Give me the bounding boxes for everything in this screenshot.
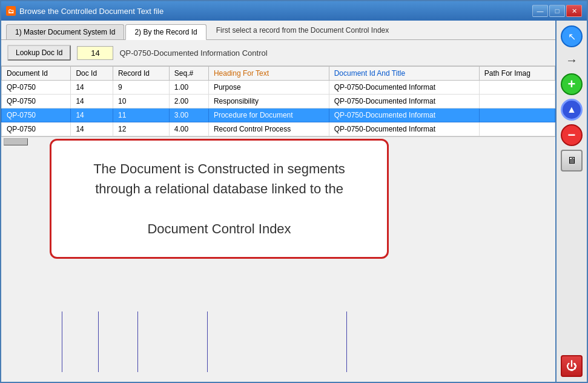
col-line-5 — [346, 311, 347, 372]
table-header-row: Document Id Doc Id Record Id Seq.# Headi… — [2, 67, 555, 81]
minimize-button[interactable]: — — [532, 5, 548, 17]
table-row[interactable]: QP-075014124.00Record Control ProcessQP-… — [2, 122, 555, 136]
col-line-1 — [62, 311, 62, 372]
col-line-2 — [98, 311, 99, 372]
right-panel: ↖ → + ▲ − 🖥 ⏻ — [555, 21, 587, 382]
col-record-id: Record Id — [113, 67, 169, 81]
app-icon: 🗂 — [6, 6, 16, 16]
window-title: Browse the Controlled Document Text file — [19, 7, 164, 16]
data-table: Document Id Doc Id Record Id Seq.# Headi… — [1, 66, 555, 136]
col-path: Path For Imag — [479, 67, 555, 81]
toolbar: Lookup Doc Id QP-0750-Documented Informa… — [1, 40, 555, 66]
table-body: QP-07501491.00PurposeQP-0750-Documented … — [2, 81, 555, 136]
main-window: 🗂 Browse the Controlled Document Text fi… — [0, 0, 588, 383]
doc-id-input[interactable] — [77, 46, 113, 60]
col-title: Document Id And Title — [329, 67, 479, 81]
title-bar-left: 🗂 Browse the Controlled Document Text fi… — [6, 6, 164, 16]
main-panel: 1) Master Document System Id 2) By the R… — [1, 21, 555, 382]
tab-master-doc[interactable]: 1) Master Document System Id — [6, 24, 124, 39]
col-line-3 — [137, 311, 138, 372]
title-controls: — □ ✕ — [532, 5, 582, 17]
close-button[interactable]: ✕ — [566, 5, 582, 17]
cursor-button[interactable]: ↖ — [561, 25, 583, 47]
col-document-id: Document Id — [2, 67, 71, 81]
tabs-bar: 1) Master Document System Id 2) By the R… — [1, 21, 555, 40]
column-lines — [1, 311, 555, 372]
scrollbar-thumb[interactable] — [4, 138, 28, 145]
maximize-button[interactable]: □ — [549, 5, 565, 17]
col-heading: Heading For Text — [208, 67, 329, 81]
col-line-4 — [207, 311, 208, 372]
arrow-right-button[interactable]: → — [563, 51, 580, 70]
monitor-button[interactable]: 🖥 — [561, 150, 583, 172]
table-wrapper: Document Id Doc Id Record Id Seq.# Headi… — [1, 66, 555, 382]
col-doc-id: Doc Id — [71, 67, 113, 81]
table-row[interactable]: QP-075014113.00Procedure for DocumentQP-… — [2, 108, 555, 122]
tab-record-id[interactable]: 2) By the Record Id — [125, 24, 206, 40]
power-button[interactable]: ⏻ — [561, 355, 583, 377]
tab-hint: First select a record from the Document … — [216, 26, 389, 38]
col-seq: Seq.# — [169, 67, 208, 81]
title-bar: 🗂 Browse the Controlled Document Text fi… — [1, 1, 587, 21]
info-button[interactable]: ▲ — [561, 99, 583, 121]
table-row[interactable]: QP-07501491.00PurposeQP-0750-Documented … — [2, 81, 555, 95]
table-row[interactable]: QP-075014102.00ResponsibilityQP-0750-Doc… — [2, 95, 555, 108]
remove-button[interactable]: − — [561, 124, 583, 146]
add-button[interactable]: + — [561, 73, 583, 95]
lookup-doc-id-button[interactable]: Lookup Doc Id — [7, 45, 71, 61]
doc-title-label: QP-0750-Documented Information Control — [119, 48, 267, 58]
overlay-box: The Document is Constructed in segments … — [50, 139, 389, 259]
content-area: 1) Master Document System Id 2) By the R… — [1, 21, 587, 382]
overlay-text: The Document is Constructed in segments … — [76, 159, 363, 239]
